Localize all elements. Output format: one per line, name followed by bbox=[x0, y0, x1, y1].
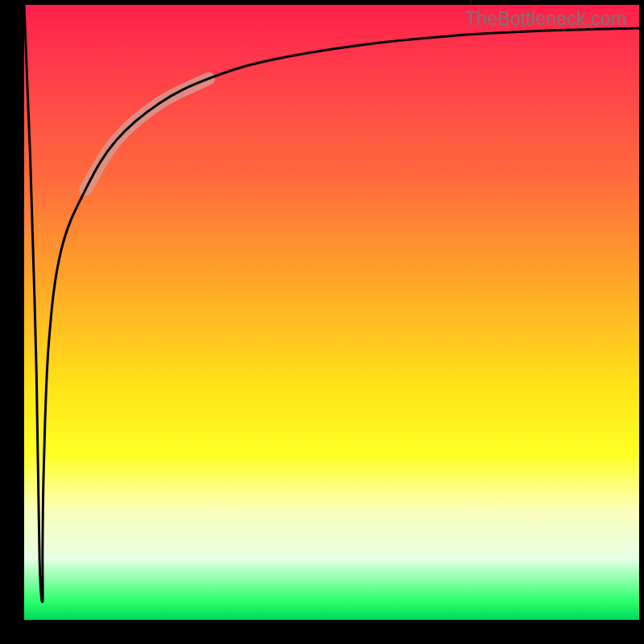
frame-left bbox=[0, 0, 24, 644]
chart-svg bbox=[24, 5, 639, 620]
watermark-text: TheBottleneck.com bbox=[465, 8, 626, 30]
chart-plot-area bbox=[24, 5, 639, 620]
frame-right bbox=[639, 0, 644, 644]
bottleneck-curve bbox=[24, 5, 639, 602]
curve-highlight-segment bbox=[85, 79, 208, 190]
frame-bottom bbox=[0, 620, 644, 644]
